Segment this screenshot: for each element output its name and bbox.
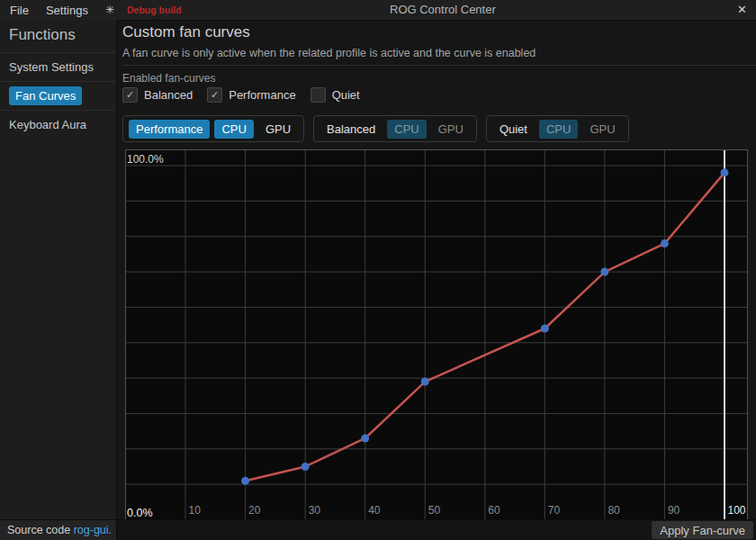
y-min-label: 0.0% bbox=[127, 507, 153, 519]
fan-curve-point[interactable] bbox=[302, 463, 310, 471]
tab-performance-cpu[interactable]: CPU bbox=[214, 120, 253, 139]
menu-bar: FileSettings✳Debug build bbox=[10, 0, 182, 20]
tab-quiet-gpu[interactable]: GPU bbox=[582, 120, 622, 139]
footer: Source code rog-gui. Apply Fan-curve bbox=[0, 519, 756, 540]
fan-curve-plot: 102030405060708090100100.0%0.0% bbox=[125, 149, 748, 520]
fan-curve-point[interactable] bbox=[241, 477, 249, 485]
fan-curve-chart: 102030405060708090100100.0%0.0% bbox=[125, 149, 748, 520]
x-tick-label: 50 bbox=[428, 504, 441, 517]
page-title: Custom fan curves bbox=[122, 23, 250, 41]
x-tick-label: 80 bbox=[608, 504, 620, 517]
x-tick-label: 100 bbox=[728, 504, 746, 517]
tab-performance-gpu[interactable]: GPU bbox=[258, 120, 298, 139]
profile-button-balanced[interactable]: Balanced bbox=[320, 120, 382, 139]
checkbox-checked-icon[interactable]: ✓ bbox=[207, 87, 222, 103]
x-tick-label: 90 bbox=[668, 504, 680, 517]
menu-item-file[interactable]: File bbox=[10, 4, 29, 17]
profile-group-performance: PerformanceCPUGPU bbox=[122, 115, 304, 142]
close-icon[interactable]: ✕ bbox=[737, 0, 747, 20]
x-tick-label: 40 bbox=[368, 504, 381, 517]
y-max-label: 100.0% bbox=[127, 153, 164, 166]
tab-balanced-gpu[interactable]: GPU bbox=[431, 120, 471, 139]
titlebar: FileSettings✳Debug build ROG Control Cen… bbox=[0, 0, 756, 21]
sidebar-items: System SettingsFan CurvesKeyboard Aura bbox=[0, 52, 116, 139]
tab-balanced-cpu[interactable]: CPU bbox=[387, 120, 426, 139]
checkbox-label: Quiet bbox=[332, 88, 360, 102]
checkbox-label: Performance bbox=[229, 88, 295, 102]
source-code-label: Source code bbox=[7, 524, 70, 536]
checkbox-label: Balanced bbox=[144, 88, 193, 102]
fan-curve-toggle-quiet[interactable]: Quiet bbox=[310, 87, 360, 103]
tab-quiet-cpu[interactable]: CPU bbox=[539, 120, 578, 139]
fan-curve-point[interactable] bbox=[661, 239, 669, 248]
rog-control-center-window: FileSettings✳Debug build ROG Control Cen… bbox=[0, 0, 756, 540]
checkbox-unchecked-icon[interactable] bbox=[310, 87, 326, 103]
page-subtitle: A fan curve is only active when the rela… bbox=[122, 47, 536, 59]
fan-curve-point[interactable] bbox=[421, 378, 429, 386]
profile-button-quiet[interactable]: Quiet bbox=[492, 120, 535, 139]
sidebar-item-fan-curves[interactable]: Fan Curves bbox=[0, 81, 116, 110]
x-tick-label: 60 bbox=[488, 504, 500, 517]
plot-border bbox=[126, 150, 748, 520]
enabled-checkbox-row: ✓Balanced✓PerformanceQuiet bbox=[122, 87, 374, 103]
profile-group-quiet: QuietCPUGPU bbox=[486, 115, 629, 142]
sidebar-heading: Functions bbox=[0, 20, 116, 52]
enabled-fan-curves-label: Enabled fan-curves bbox=[122, 72, 215, 85]
apply-fan-curve-button[interactable]: Apply Fan-curve bbox=[652, 521, 753, 539]
fan-curve-point[interactable] bbox=[361, 434, 369, 442]
fan-curve-point[interactable] bbox=[600, 268, 608, 276]
header-divider bbox=[122, 65, 756, 66]
profile-button-performance[interactable]: Performance bbox=[129, 120, 210, 139]
sidebar-item-label: Fan Curves bbox=[9, 86, 82, 105]
source-code-area: Source code rog-gui. bbox=[0, 520, 117, 540]
x-tick-label: 30 bbox=[309, 504, 321, 517]
sidebar: Functions System SettingsFan CurvesKeybo… bbox=[0, 20, 117, 520]
source-code-link[interactable]: rog-gui. bbox=[74, 524, 112, 536]
x-tick-label: 20 bbox=[248, 504, 261, 517]
theme-toggle-icon[interactable]: ✳ bbox=[105, 4, 114, 16]
fan-curve-point[interactable] bbox=[541, 325, 549, 333]
fan-curve-toggle-balanced[interactable]: ✓Balanced bbox=[122, 87, 193, 103]
debug-build-label: Debug build bbox=[127, 4, 182, 15]
profile-tab-groups: PerformanceCPUGPUBalancedCPUGPUQuietCPUG… bbox=[122, 115, 638, 142]
checkbox-checked-icon[interactable]: ✓ bbox=[122, 87, 138, 103]
profile-group-balanced: BalancedCPUGPU bbox=[313, 115, 477, 142]
sidebar-item-system-settings[interactable]: System Settings bbox=[0, 52, 116, 81]
x-tick-label: 10 bbox=[189, 504, 202, 517]
fan-curve-toggle-performance[interactable]: ✓Performance bbox=[207, 87, 295, 103]
menu-item-settings[interactable]: Settings bbox=[46, 4, 88, 17]
x-tick-label: 70 bbox=[548, 504, 561, 517]
sidebar-item-keyboard-aura[interactable]: Keyboard Aura bbox=[0, 110, 116, 139]
window-title: ROG Control Center bbox=[390, 0, 496, 20]
fan-curve-point[interactable] bbox=[721, 168, 729, 176]
